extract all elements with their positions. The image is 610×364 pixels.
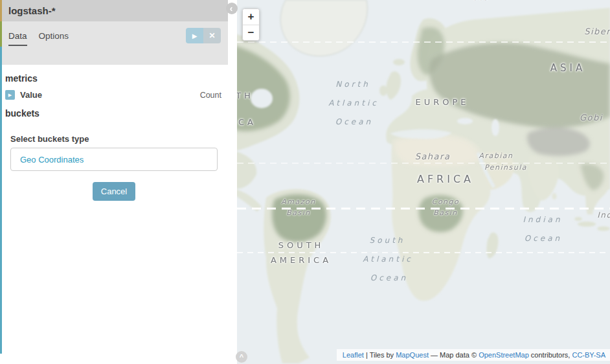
geo-coordinates-option[interactable]: Geo Coordinates (20, 155, 84, 165)
map-label: Atlantic (328, 98, 379, 108)
metric-row-value: ▶ Value Count (5, 90, 223, 100)
map-label: Sahara (415, 152, 451, 161)
bucket-type-select[interactable]: Geo Coordinates (10, 148, 218, 171)
agg-editor: metrics ▶ Value Count buckets Select buc… (0, 73, 228, 201)
attribution-link[interactable]: OpenStreetMap (479, 351, 529, 359)
map-label: Gobi (580, 113, 603, 122)
chevron-left-icon: ‹ (230, 3, 233, 14)
map-label: TH (237, 91, 254, 100)
map-label: Congo (432, 198, 460, 206)
tile-map[interactable]: SeaSiberiaASIANorthTHEUROPEAtlanticGobiC… (237, 0, 610, 364)
map-label: Indonesia (597, 210, 610, 220)
map-label: CA (238, 117, 256, 127)
tab-options[interactable]: Options (39, 31, 69, 46)
chevron-right-icon: ▶ (8, 93, 12, 98)
index-pattern-header: logstash-* (0, 0, 228, 21)
apply-discard-group: ▶ ✕ (186, 28, 221, 43)
map-label: Ocean (525, 234, 562, 243)
select-buckets-type-label: Select buckets type (10, 134, 218, 144)
map-label: Basin (286, 209, 311, 217)
editor-tab-bar: Data Options ▶ ✕ (0, 21, 228, 65)
zoom-control: + − (242, 8, 260, 41)
attribution-link[interactable]: Leaflet (343, 351, 364, 359)
close-icon: ✕ (209, 31, 215, 40)
chevron-up-icon: ^ (240, 353, 243, 361)
section-stripe-olive (0, 21, 2, 47)
metric-expand-button[interactable]: ▶ (5, 90, 15, 100)
attribution-text: | Tiles by (364, 351, 396, 359)
sidebar-collapse-button[interactable]: ‹ (226, 3, 238, 14)
map-label: AFRICA (417, 173, 474, 185)
map-label: Peninsula (484, 163, 527, 172)
cancel-button[interactable]: Cancel (93, 182, 135, 201)
map-label: ASIA (550, 62, 585, 74)
attribution-text: contributors, (529, 351, 572, 359)
visualize-editor: logstash-* Data Options ▶ ✕ metrics ▶ (0, 0, 610, 364)
index-pattern-title: logstash-* (8, 5, 56, 16)
cancel-row: Cancel (10, 182, 218, 201)
map-label: Sea (473, 0, 490, 2)
map-label: Siberia (584, 27, 610, 36)
attribution-link[interactable]: CC-BY-SA (572, 351, 605, 359)
buckets-heading: buckets (5, 108, 228, 119)
map-label: South (370, 236, 405, 245)
zoom-in-button[interactable]: + (243, 9, 259, 25)
map-label: Basin (433, 209, 458, 217)
editor-tabs: Data Options (8, 31, 69, 46)
discard-changes-button[interactable]: ✕ (203, 28, 221, 43)
map-attribution: Leaflet | Tiles by MapQuest — Map data ©… (337, 349, 610, 361)
map-label: Ocean (335, 117, 373, 126)
section-stripe-teal (0, 47, 2, 354)
add-bucket-form: Select buckets type Geo Coordinates Canc… (10, 134, 218, 201)
zoom-out-button[interactable]: − (243, 25, 259, 40)
metric-agg-type: Count (200, 91, 221, 100)
apply-changes-button[interactable]: ▶ (186, 28, 203, 43)
map-label: Arabian (479, 152, 513, 160)
attribution-text: — Map data © (429, 351, 479, 359)
metrics-heading: metrics (5, 73, 228, 84)
map-label: Indian (523, 215, 562, 224)
map-label: North (335, 80, 370, 89)
tab-data[interactable]: Data (8, 31, 27, 46)
map-label: EUROPE (415, 97, 469, 107)
vis-editor-sidebar: logstash-* Data Options ▶ ✕ metrics ▶ (0, 0, 228, 364)
play-icon: ▶ (192, 32, 198, 40)
map-label: SOUTH (278, 240, 324, 250)
metric-label: Value (20, 90, 200, 100)
map-label: Amazon (281, 198, 315, 206)
section-stripe-gold (0, 0, 2, 21)
attribution-link[interactable]: MapQuest (396, 351, 429, 359)
map-label: Ocean (370, 273, 408, 282)
map-label: AMERICA (271, 255, 332, 265)
scroll-top-button[interactable]: ^ (236, 351, 247, 363)
map-label: Atlantic (363, 255, 413, 264)
